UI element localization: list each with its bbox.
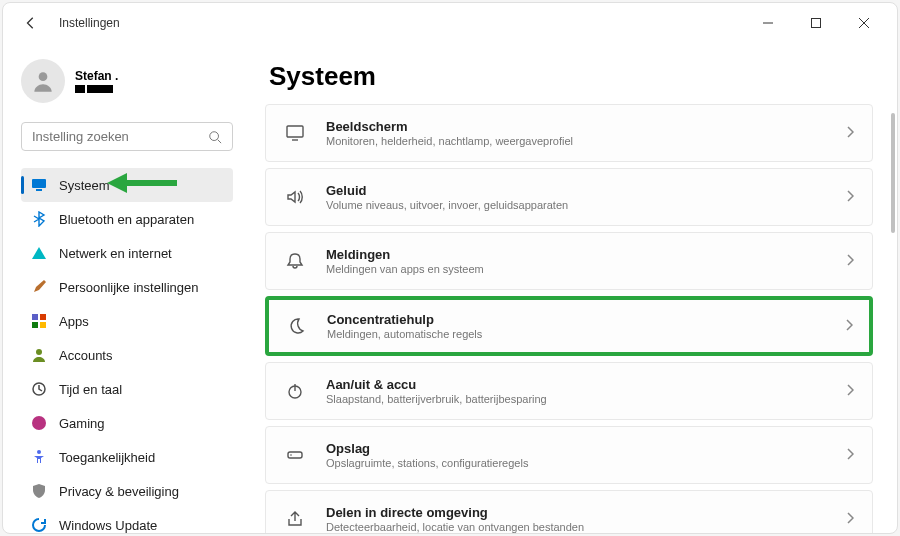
svg-point-15 xyxy=(32,416,46,430)
clock-icon xyxy=(31,381,47,397)
svg-rect-11 xyxy=(32,322,38,328)
nav-list: SysteemBluetooth en apparatenNetwerk en … xyxy=(21,168,233,533)
search-icon xyxy=(208,130,222,144)
row-text: Geluid Volume niveaus, uitvoer, invoer, … xyxy=(326,183,846,211)
close-icon xyxy=(859,18,869,28)
wifi-icon xyxy=(31,245,47,261)
storage-icon xyxy=(284,444,306,466)
scrollbar[interactable] xyxy=(891,113,895,233)
sidebar-item-apps[interactable]: Apps xyxy=(21,304,233,338)
setting-row-meldingen[interactable]: Meldingen Meldingen van apps en systeem xyxy=(265,232,873,290)
svg-point-5 xyxy=(210,131,219,140)
back-button[interactable] xyxy=(15,7,47,39)
sidebar-item-label: Persoonlijke instellingen xyxy=(59,280,198,295)
row-text: Concentratiehulp Meldingen, automatische… xyxy=(327,312,845,340)
power-icon xyxy=(284,380,306,402)
brush-icon xyxy=(31,279,47,295)
chevron-right-icon xyxy=(846,188,854,206)
row-title: Meldingen xyxy=(326,247,846,262)
row-subtitle: Detecteerbaarheid, locatie van ontvangen… xyxy=(326,521,846,533)
chevron-right-icon xyxy=(846,446,854,464)
setting-row-geluid[interactable]: Geluid Volume niveaus, uitvoer, invoer, … xyxy=(265,168,873,226)
sidebar-item-label: Bluetooth en apparaten xyxy=(59,212,194,227)
chevron-right-icon xyxy=(846,124,854,142)
window-controls xyxy=(747,9,885,37)
profile-text: Stefan . xyxy=(75,69,118,93)
setting-row-beeldscherm[interactable]: Beeldscherm Monitoren, helderheid, nacht… xyxy=(265,104,873,162)
chevron-right-icon xyxy=(845,317,853,335)
sidebar-item-gaming[interactable]: Gaming xyxy=(21,406,233,440)
row-title: Geluid xyxy=(326,183,846,198)
monitor-icon xyxy=(31,177,47,193)
svg-point-13 xyxy=(36,349,42,355)
sound-icon xyxy=(284,186,306,208)
minimize-icon xyxy=(763,18,773,28)
row-text: Delen in directe omgeving Detecteerbaarh… xyxy=(326,505,846,533)
row-title: Concentratiehulp xyxy=(327,312,845,327)
gaming-icon xyxy=(31,415,47,431)
display-icon xyxy=(284,122,306,144)
chevron-right-icon xyxy=(846,382,854,400)
row-title: Delen in directe omgeving xyxy=(326,505,846,520)
search-box[interactable] xyxy=(21,122,233,151)
svg-rect-7 xyxy=(32,179,46,188)
svg-line-6 xyxy=(218,139,222,143)
titlebar: Instellingen xyxy=(3,3,897,43)
sidebar-item-privacy[interactable]: Privacy & beveiliging xyxy=(21,474,233,508)
profile-name: Stefan . xyxy=(75,69,118,83)
avatar xyxy=(21,59,65,103)
sidebar-item-netwerk[interactable]: Netwerk en internet xyxy=(21,236,233,270)
sidebar-item-accounts[interactable]: Accounts xyxy=(21,338,233,372)
svg-point-4 xyxy=(39,72,48,81)
sidebar-item-label: Gaming xyxy=(59,416,105,431)
window-title: Instellingen xyxy=(59,16,120,30)
moon-icon xyxy=(285,315,307,337)
search-input[interactable] xyxy=(32,129,208,144)
svg-point-16 xyxy=(37,450,41,454)
setting-row-delen[interactable]: Delen in directe omgeving Detecteerbaarh… xyxy=(265,490,873,533)
bluetooth-icon xyxy=(31,211,47,227)
sidebar-item-label: Accounts xyxy=(59,348,112,363)
sidebar-item-label: Tijd en taal xyxy=(59,382,122,397)
settings-window: Instellingen Stefan . SysteemBlueto xyxy=(2,2,898,534)
maximize-icon xyxy=(811,18,821,28)
sidebar-item-persoonlijk[interactable]: Persoonlijke instellingen xyxy=(21,270,233,304)
row-title: Beeldscherm xyxy=(326,119,846,134)
row-subtitle: Slaapstand, batterijverbruik, batterijbe… xyxy=(326,393,846,405)
bell-icon xyxy=(284,250,306,272)
sidebar-item-label: Toegankelijkheid xyxy=(59,450,155,465)
svg-rect-17 xyxy=(287,126,303,137)
sidebar-item-bluetooth[interactable]: Bluetooth en apparaten xyxy=(21,202,233,236)
setting-row-aanuit[interactable]: Aan/uit & accu Slaapstand, batterijverbr… xyxy=(265,362,873,420)
sidebar-item-tijd[interactable]: Tijd en taal xyxy=(21,372,233,406)
profile-redacted xyxy=(75,85,118,93)
sidebar-item-systeem[interactable]: Systeem xyxy=(21,168,233,202)
person-icon xyxy=(31,347,47,363)
update-icon xyxy=(31,517,47,533)
content-area: Stefan . SysteemBluetooth en apparatenNe… xyxy=(3,43,897,533)
minimize-button[interactable] xyxy=(747,9,789,37)
row-title: Opslag xyxy=(326,441,846,456)
sidebar-item-update[interactable]: Windows Update xyxy=(21,508,233,533)
person-icon xyxy=(30,68,56,94)
main-panel: Systeem Beeldscherm Monitoren, helderhei… xyxy=(241,43,897,533)
access-icon xyxy=(31,449,47,465)
svg-rect-12 xyxy=(40,322,46,328)
row-subtitle: Volume niveaus, uitvoer, invoer, geluids… xyxy=(326,199,846,211)
close-button[interactable] xyxy=(843,9,885,37)
sidebar: Stefan . SysteemBluetooth en apparatenNe… xyxy=(3,43,241,533)
sidebar-item-label: Privacy & beveiliging xyxy=(59,484,179,499)
svg-rect-8 xyxy=(36,189,42,191)
setting-row-concentratie[interactable]: Concentratiehulp Meldingen, automatische… xyxy=(265,296,873,356)
svg-rect-21 xyxy=(288,452,302,458)
apps-icon xyxy=(31,313,47,329)
row-text: Beeldscherm Monitoren, helderheid, nacht… xyxy=(326,119,846,147)
svg-rect-10 xyxy=(40,314,46,320)
row-title: Aan/uit & accu xyxy=(326,377,846,392)
profile-block[interactable]: Stefan . xyxy=(21,59,233,103)
row-text: Meldingen Meldingen van apps en systeem xyxy=(326,247,846,275)
setting-row-opslag[interactable]: Opslag Opslagruimte, stations, configura… xyxy=(265,426,873,484)
row-subtitle: Opslagruimte, stations, configuratierege… xyxy=(326,457,846,469)
sidebar-item-toegankelijkheid[interactable]: Toegankelijkheid xyxy=(21,440,233,474)
maximize-button[interactable] xyxy=(795,9,837,37)
